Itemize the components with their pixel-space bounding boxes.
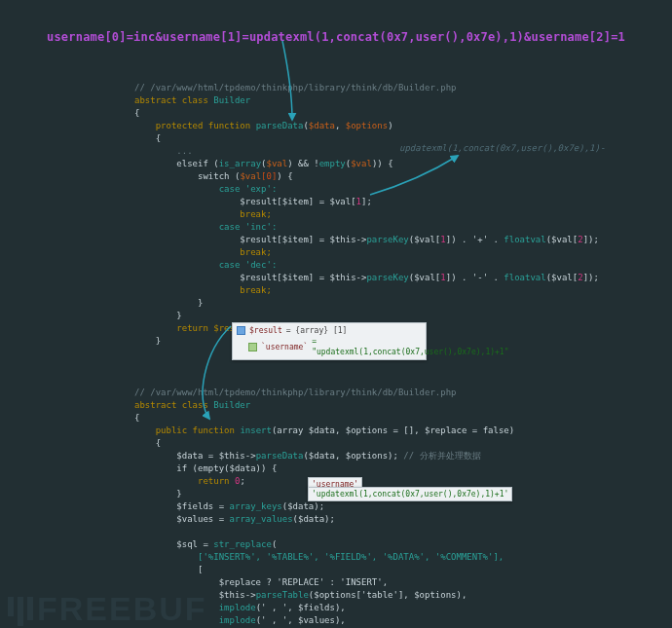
- debug-popup-result: $result = {array} [1] `username` = "upda…: [232, 322, 427, 360]
- logo-bars-icon: [8, 597, 33, 626]
- array-icon: [237, 326, 245, 335]
- sql-injection-payload: username[0]=inc&username[1]=updatexml(1,…: [0, 30, 672, 44]
- code-block-insert: // /var/www/html/tpdemo/thinkphp/library…: [134, 387, 620, 628]
- debug-popup-values: 'updatexml(1,concat(0x7,user(),0x7e),1)+…: [308, 487, 512, 501]
- screenshot-root: username[0]=inc&username[1]=updatexml(1,…: [0, 0, 672, 628]
- freebuf-watermark: FREEBUF: [8, 590, 207, 628]
- string-icon: [248, 343, 257, 351]
- code-block-parseData: // /var/www/html/tpdemo/thinkphp/library…: [134, 82, 599, 348]
